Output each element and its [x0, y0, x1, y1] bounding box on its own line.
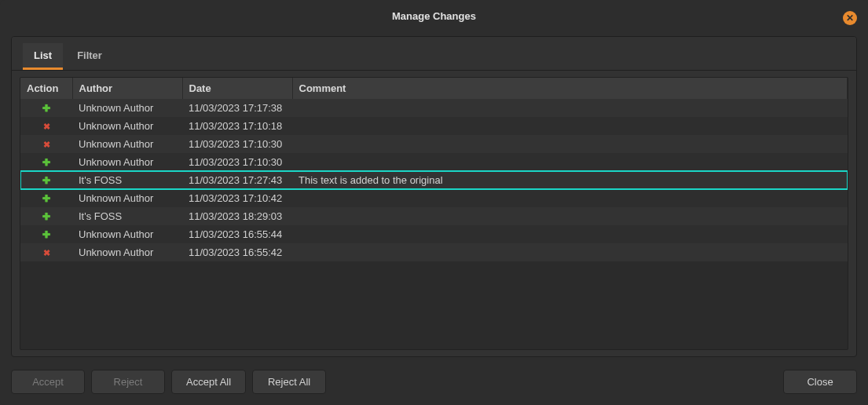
tab-bar: List Filter — [12, 37, 856, 71]
date-cell: 11/03/2023 17:10:42 — [182, 189, 292, 207]
reject-all-button[interactable]: Reject All — [252, 370, 326, 394]
accept-all-button[interactable]: Accept All — [171, 370, 246, 394]
author-cell: Unknown Author — [72, 225, 182, 243]
date-cell: 11/03/2023 16:55:44 — [182, 225, 292, 243]
comment-cell: This text is added to the original — [292, 171, 848, 189]
comment-cell — [292, 153, 848, 171]
accept-button[interactable]: Accept — [11, 370, 85, 394]
content-area: List Filter Action Author Date Comment ✚… — [11, 36, 857, 357]
comment-cell — [292, 243, 848, 261]
action-cell: ✚ — [20, 225, 72, 243]
action-cell: ✖ — [20, 135, 72, 153]
table-row[interactable]: ✚Unknown Author11/03/2023 16:55:44 — [20, 225, 848, 243]
cross-icon: ✖ — [43, 122, 50, 131]
author-cell: Unknown Author — [72, 243, 182, 261]
date-cell: 11/03/2023 17:17:38 — [182, 99, 292, 117]
cross-icon: ✖ — [43, 248, 50, 257]
comment-cell — [292, 135, 848, 153]
plus-icon: ✚ — [42, 211, 50, 222]
table-row[interactable]: ✖Unknown Author11/03/2023 16:55:42 — [20, 243, 848, 261]
author-cell: Unknown Author — [72, 135, 182, 153]
table-row[interactable]: ✚It's FOSS11/03/2023 17:27:43This text i… — [20, 171, 848, 189]
table-row[interactable]: ✚Unknown Author11/03/2023 17:10:42 — [20, 189, 848, 207]
plus-icon: ✚ — [42, 229, 50, 240]
comment-cell — [292, 117, 848, 135]
date-cell: 11/03/2023 17:10:30 — [182, 153, 292, 171]
changes-table-wrapper: Action Author Date Comment ✚Unknown Auth… — [20, 77, 848, 350]
table-row[interactable]: ✚Unknown Author11/03/2023 17:17:38 — [20, 99, 848, 117]
action-cell: ✖ — [20, 117, 72, 135]
date-cell: 11/03/2023 17:10:30 — [182, 135, 292, 153]
author-cell: It's FOSS — [72, 207, 182, 225]
plus-icon: ✚ — [42, 175, 50, 186]
date-cell: 11/03/2023 18:29:03 — [182, 207, 292, 225]
action-cell: ✚ — [20, 207, 72, 225]
author-cell: Unknown Author — [72, 99, 182, 117]
dialog-title: Manage Changes — [392, 10, 476, 22]
button-bar: Accept Reject Accept All Reject All Clos… — [0, 365, 868, 405]
action-cell: ✚ — [20, 153, 72, 171]
comment-cell — [292, 225, 848, 243]
changes-table: Action Author Date Comment ✚Unknown Auth… — [20, 78, 848, 261]
author-cell: Unknown Author — [72, 153, 182, 171]
author-cell: Unknown Author — [72, 189, 182, 207]
date-cell: 11/03/2023 17:27:43 — [182, 171, 292, 189]
action-cell: ✚ — [20, 171, 72, 189]
reject-button[interactable]: Reject — [91, 370, 165, 394]
close-icon[interactable]: ✕ — [843, 11, 857, 25]
action-cell: ✚ — [20, 189, 72, 207]
plus-icon: ✚ — [42, 157, 50, 168]
tab-filter[interactable]: Filter — [66, 43, 113, 70]
action-cell: ✖ — [20, 243, 72, 261]
date-cell: 11/03/2023 17:10:18 — [182, 117, 292, 135]
comment-cell — [292, 99, 848, 117]
action-cell: ✚ — [20, 99, 72, 117]
column-header-action[interactable]: Action — [20, 78, 72, 99]
author-cell: It's FOSS — [72, 171, 182, 189]
comment-cell — [292, 207, 848, 225]
column-header-author[interactable]: Author — [72, 78, 182, 99]
table-row[interactable]: ✖Unknown Author11/03/2023 17:10:30 — [20, 135, 848, 153]
table-row[interactable]: ✖Unknown Author11/03/2023 17:10:18 — [20, 117, 848, 135]
date-cell: 11/03/2023 16:55:42 — [182, 243, 292, 261]
titlebar: Manage Changes ✕ — [0, 0, 868, 31]
table-row[interactable]: ✚Unknown Author11/03/2023 17:10:30 — [20, 153, 848, 171]
tab-list[interactable]: List — [23, 43, 63, 70]
column-header-comment[interactable]: Comment — [292, 78, 848, 99]
plus-icon: ✚ — [42, 193, 50, 204]
comment-cell — [292, 189, 848, 207]
manage-changes-dialog: Manage Changes ✕ List Filter Action Auth… — [0, 0, 868, 405]
table-row[interactable]: ✚It's FOSS11/03/2023 18:29:03 — [20, 207, 848, 225]
cross-icon: ✖ — [43, 140, 50, 149]
column-header-date[interactable]: Date — [182, 78, 292, 99]
close-button[interactable]: Close — [783, 370, 857, 394]
author-cell: Unknown Author — [72, 117, 182, 135]
plus-icon: ✚ — [42, 103, 50, 114]
